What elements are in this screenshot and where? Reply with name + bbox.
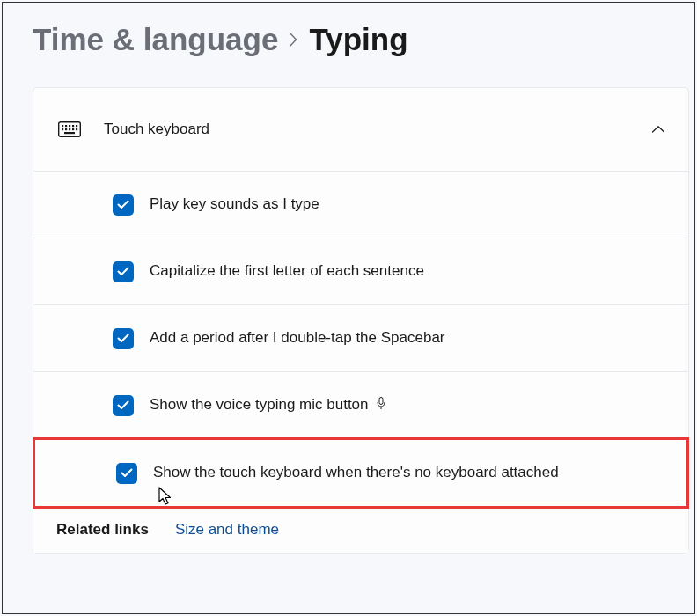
checkbox-capitalize-first[interactable] (113, 261, 134, 282)
section-header-touch-keyboard[interactable]: Touch keyboard (33, 88, 688, 171)
svg-rect-1 (62, 125, 63, 127)
section-title: Touch keyboard (104, 121, 651, 138)
option-capitalize-first[interactable]: Capitalize the first letter of each sent… (33, 238, 688, 304)
checkbox-add-period[interactable] (113, 328, 134, 349)
size-and-theme-link[interactable]: Size and theme (175, 521, 279, 539)
option-add-period[interactable]: Add a period after I double-tap the Spac… (33, 305, 688, 371)
chevron-up-icon (651, 125, 665, 134)
svg-rect-2 (65, 125, 67, 127)
option-label: Show the voice typing mic button (150, 394, 386, 417)
microphone-icon (376, 395, 386, 417)
option-label: Capitalize the first letter of each sent… (150, 260, 424, 282)
option-label: Play key sounds as I type (150, 194, 319, 216)
option-show-mic[interactable]: Show the voice typing mic button (33, 372, 688, 438)
svg-rect-5 (76, 125, 77, 127)
breadcrumb: Time & language Typing (33, 22, 686, 57)
settings-window: Time & language Typing (2, 2, 695, 614)
svg-rect-12 (379, 397, 383, 404)
highlighted-option: Show the touch keyboard when there's no … (33, 437, 689, 509)
option-label: Add a period after I double-tap the Spac… (150, 327, 445, 349)
svg-rect-8 (69, 128, 70, 130)
option-play-key-sounds[interactable]: Play key sounds as I type (33, 172, 688, 238)
svg-rect-4 (72, 125, 74, 127)
touch-keyboard-section: Touch keyboard Play key sounds as I type… (33, 87, 689, 554)
svg-rect-11 (64, 132, 75, 134)
svg-rect-3 (69, 125, 70, 127)
breadcrumb-parent[interactable]: Time & language (33, 22, 278, 57)
checkbox-show-touch-keyboard[interactable] (116, 463, 137, 484)
svg-rect-9 (72, 128, 74, 130)
breadcrumb-current: Typing (309, 22, 407, 57)
svg-rect-6 (62, 128, 63, 130)
option-show-touch-keyboard[interactable]: Show the touch keyboard when there's no … (35, 440, 686, 506)
option-label: Show the touch keyboard when there's no … (153, 462, 559, 484)
svg-rect-10 (76, 128, 77, 130)
related-links-footer: Related links Size and theme (33, 509, 688, 553)
svg-rect-7 (65, 128, 67, 130)
related-links-label: Related links (56, 521, 149, 539)
checkbox-show-mic[interactable] (113, 395, 134, 416)
chevron-right-icon (289, 32, 298, 52)
checkbox-play-key-sounds[interactable] (113, 194, 134, 216)
keyboard-icon (58, 121, 81, 137)
